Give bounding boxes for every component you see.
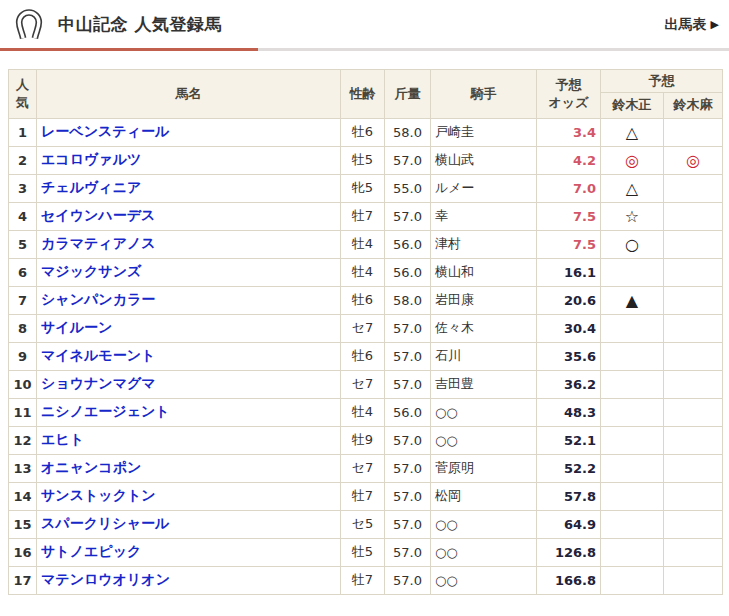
horse-name-cell: マテンロウオリオン bbox=[37, 566, 341, 594]
sex-age-cell: セ5 bbox=[341, 510, 385, 538]
jockey-cell: ○○ bbox=[431, 510, 537, 538]
table-row: 10ショウナンマグマセ757.0吉田豊36.2 bbox=[9, 370, 723, 398]
rank-cell: 15 bbox=[9, 510, 37, 538]
forecast-mark-1: ☆ bbox=[601, 202, 664, 230]
jockey-cell: 菅原明 bbox=[431, 454, 537, 482]
forecast-mark-2 bbox=[664, 286, 723, 314]
col-rank-line1: 人 bbox=[16, 77, 29, 92]
rank-cell: 13 bbox=[9, 454, 37, 482]
weight-cell: 57.0 bbox=[385, 314, 431, 342]
odds-cell: 7.5 bbox=[537, 230, 601, 258]
horse-name-link[interactable]: エコロヴァルツ bbox=[41, 151, 141, 167]
table-row: 13オニャンコポンセ757.0菅原明52.2 bbox=[9, 454, 723, 482]
col-rank-line2: 気 bbox=[16, 95, 29, 110]
forecast-mark-1 bbox=[601, 314, 664, 342]
col-weight: 斤量 bbox=[385, 70, 431, 119]
horse-name-link[interactable]: マイネルモーント bbox=[41, 347, 155, 363]
horse-name-link[interactable]: サトノエピック bbox=[41, 543, 141, 559]
rank-cell: 7 bbox=[9, 286, 37, 314]
forecast-mark-1: ◎ bbox=[601, 146, 664, 174]
forecast-mark-1: △ bbox=[601, 118, 664, 146]
sex-age-cell: 牡7 bbox=[341, 482, 385, 510]
horse-name-link[interactable]: セイウンハーデス bbox=[41, 207, 155, 223]
horse-name-link[interactable]: スパークリシャール bbox=[41, 515, 169, 531]
sex-age-cell: 牡7 bbox=[341, 566, 385, 594]
rank-cell: 11 bbox=[9, 398, 37, 426]
odds-cell: 20.6 bbox=[537, 286, 601, 314]
title-underline bbox=[0, 48, 729, 51]
page-title: 中山記念 人気登録馬 bbox=[58, 13, 222, 36]
horse-name-link[interactable]: レーベンスティール bbox=[41, 123, 169, 139]
sex-age-cell: 牡4 bbox=[341, 230, 385, 258]
entry-table-link[interactable]: 出馬表 ▶ bbox=[665, 16, 719, 34]
horse-name-link[interactable]: サイルーン bbox=[41, 319, 112, 335]
weight-cell: 56.0 bbox=[385, 258, 431, 286]
horse-name-link[interactable]: マテンロウオリオン bbox=[41, 571, 170, 587]
horse-name-cell: シャンパンカラー bbox=[37, 286, 341, 314]
jockey-cell: 松岡 bbox=[431, 482, 537, 510]
weight-cell: 57.0 bbox=[385, 454, 431, 482]
horse-name-link[interactable]: ニシノエージェント bbox=[41, 403, 170, 419]
horse-name-cell: エヒト bbox=[37, 426, 341, 454]
table-row: 11ニシノエージェント牡456.0○○48.3 bbox=[9, 398, 723, 426]
table-body: 1レーベンスティール牡658.0戸崎圭3.4△2エコロヴァルツ牡557.0横山武… bbox=[9, 118, 723, 594]
horse-name-cell: レーベンスティール bbox=[37, 118, 341, 146]
table-row: 2エコロヴァルツ牡557.0横山武4.2◎◎ bbox=[9, 146, 723, 174]
col-forecast-group: 予想 bbox=[601, 70, 723, 93]
jockey-cell: 吉田豊 bbox=[431, 370, 537, 398]
jockey-cell: ルメー bbox=[431, 174, 537, 202]
rank-cell: 3 bbox=[9, 174, 37, 202]
forecast-mark-1: △ bbox=[601, 174, 664, 202]
horseshoe-icon bbox=[12, 8, 46, 42]
odds-cell: 3.4 bbox=[537, 118, 601, 146]
forecast-mark-1 bbox=[601, 342, 664, 370]
forecast-mark-1: ○ bbox=[601, 230, 664, 258]
sex-age-cell: 牡4 bbox=[341, 258, 385, 286]
weight-cell: 55.0 bbox=[385, 174, 431, 202]
jockey-cell: ○○ bbox=[431, 426, 537, 454]
forecast-mark-1 bbox=[601, 398, 664, 426]
horse-name-link[interactable]: チェルヴィニア bbox=[41, 179, 141, 195]
jockey-cell: ○○ bbox=[431, 566, 537, 594]
weight-cell: 57.0 bbox=[385, 482, 431, 510]
horse-name-link[interactable]: オニャンコポン bbox=[41, 459, 141, 475]
forecast-mark-2 bbox=[664, 370, 723, 398]
horse-name-link[interactable]: カラマティアノス bbox=[41, 235, 156, 251]
page-header: 中山記念 人気登録馬 出馬表 ▶ bbox=[0, 0, 729, 41]
table-row: 15スパークリシャールセ557.0○○64.9 bbox=[9, 510, 723, 538]
odds-cell: 48.3 bbox=[537, 398, 601, 426]
horse-name-link[interactable]: サンストックトン bbox=[41, 487, 156, 503]
rank-cell: 6 bbox=[9, 258, 37, 286]
weight-cell: 57.0 bbox=[385, 566, 431, 594]
horse-name-cell: マジックサンズ bbox=[37, 258, 341, 286]
forecast-mark-1 bbox=[601, 426, 664, 454]
jockey-cell: 石川 bbox=[431, 342, 537, 370]
horse-name-link[interactable]: エヒト bbox=[41, 431, 84, 447]
odds-cell: 7.0 bbox=[537, 174, 601, 202]
table-row: 4セイウンハーデス牡757.0幸7.5☆ bbox=[9, 202, 723, 230]
forecast-mark-2 bbox=[664, 230, 723, 258]
forecast-mark-1: ▲ bbox=[601, 286, 664, 314]
odds-cell: 30.4 bbox=[537, 314, 601, 342]
title-underline-accent bbox=[0, 48, 258, 51]
forecast-mark-1 bbox=[601, 370, 664, 398]
forecast-mark-1 bbox=[601, 538, 664, 566]
rank-cell: 12 bbox=[9, 426, 37, 454]
horse-name-link[interactable]: ショウナンマグマ bbox=[41, 375, 156, 391]
forecast-mark-2 bbox=[664, 566, 723, 594]
rank-cell: 16 bbox=[9, 538, 37, 566]
forecast-mark-2: ◎ bbox=[664, 146, 723, 174]
forecast-mark-2 bbox=[664, 510, 723, 538]
jockey-cell: ○○ bbox=[431, 398, 537, 426]
weight-cell: 58.0 bbox=[385, 118, 431, 146]
horse-name-cell: ショウナンマグマ bbox=[37, 370, 341, 398]
col-horse-name: 馬名 bbox=[37, 70, 341, 119]
table-row: 1レーベンスティール牡658.0戸崎圭3.4△ bbox=[9, 118, 723, 146]
forecast-mark-1 bbox=[601, 258, 664, 286]
odds-cell: 36.2 bbox=[537, 370, 601, 398]
horse-name-link[interactable]: マジックサンズ bbox=[41, 263, 141, 279]
col-forecaster-1: 鈴木正 bbox=[601, 92, 664, 118]
horse-name-link[interactable]: シャンパンカラー bbox=[41, 291, 155, 307]
rank-cell: 1 bbox=[9, 118, 37, 146]
forecast-mark-1 bbox=[601, 510, 664, 538]
